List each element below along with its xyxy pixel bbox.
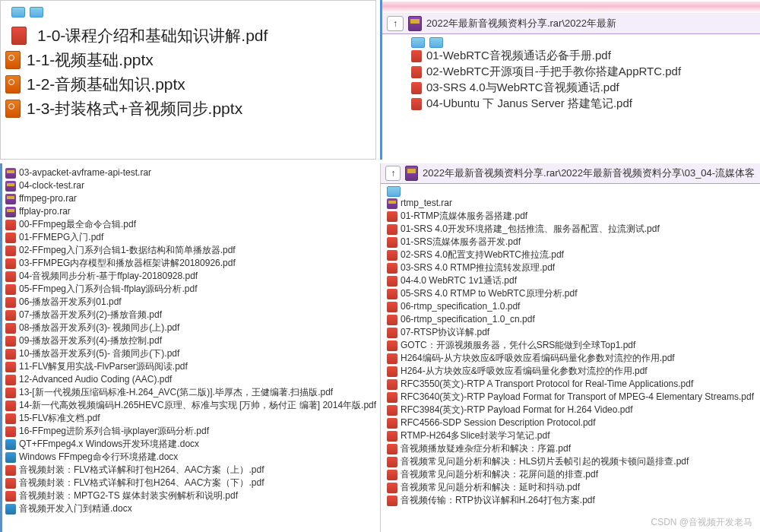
file-row[interactable]: 1-0-课程介绍和基础知识讲解.pdf bbox=[1, 19, 375, 48]
file-row[interactable]: 音视频常见问题分析和解决：延时和抖动.pdf bbox=[381, 481, 760, 494]
pdf-icon bbox=[387, 340, 397, 351]
file-row[interactable]: rtmp_test.rar bbox=[381, 197, 760, 210]
file-name: 03-SRS 4.0与WebRTC音视频通话.pdf bbox=[426, 81, 619, 95]
file-row[interactable]: QT+FFmpeg4.x Windows开发环境搭建.docx bbox=[2, 438, 376, 451]
file-row[interactable]: 07-播放器开发系列(2)-播放音频.pdf bbox=[2, 309, 376, 321]
up-directory-button[interactable] bbox=[385, 166, 401, 181]
file-row[interactable]: 01-RTMP流媒体服务器搭建.pdf bbox=[381, 210, 760, 223]
file-row[interactable]: RFC3640(英文)-RTP Payload Format for Trans… bbox=[381, 391, 760, 404]
file-name: 06-播放器开发系列01.pdf bbox=[19, 296, 122, 309]
file-name: 08-播放器开发系列(3)- 视频同步(上).pdf bbox=[19, 321, 179, 334]
file-row[interactable]: 音视频传输：RTP协议详解和H.264打包方案.pdf bbox=[381, 494, 760, 507]
file-row[interactable]: 12-Advanced Audio Coding (AAC).pdf bbox=[2, 373, 376, 386]
pdf-icon bbox=[5, 349, 16, 359]
pdf-icon bbox=[5, 465, 16, 476]
file-row[interactable]: 06-播放器开发系列01.pdf bbox=[2, 296, 376, 309]
file-name: RTMP-H264多Slice封装学习笔记.pdf bbox=[401, 429, 550, 442]
file-row[interactable]: 02-WebRTC开源项目-手把手教你搭建AppRTC.pdf bbox=[382, 64, 760, 80]
up-directory-button[interactable] bbox=[387, 16, 404, 31]
file-row[interactable]: 04-4.0 WebRTC 1v1通话.pdf bbox=[381, 274, 760, 287]
file-row[interactable]: 04-音视频同步分析-基于ffplay-20180928.pdf bbox=[2, 270, 376, 283]
file-row[interactable]: RFC3550(英文)-RTP A Transport Protocol for… bbox=[381, 378, 760, 391]
file-name: 03-FFMPEG内存模型和播放器框架讲解20180926.pdf bbox=[19, 257, 236, 270]
file-row[interactable]: RFC4566-SDP Session Description Protocol… bbox=[381, 416, 760, 429]
file-name: 16-FFmpeg进阶系列合辑-ijkplayer源码分析.pdf bbox=[19, 425, 209, 438]
docx-icon bbox=[5, 439, 16, 450]
file-name: 音视频常见问题分析和解决：延时和抖动.pdf bbox=[401, 481, 580, 494]
file-name: 音视频播放疑难杂症分析和解决：序篇.pdf bbox=[401, 442, 571, 455]
file-row[interactable]: H264-从方块效应&呼吸效应看编码量化参数对流控的作用.pdf bbox=[381, 365, 760, 378]
file-row[interactable]: 07-RTSP协议详解.pdf bbox=[381, 326, 760, 339]
file-row[interactable]: RTMP-H264多Slice封装学习笔记.pdf bbox=[381, 429, 760, 442]
file-row[interactable]: 06-rtmp_specification_1.0_cn.pdf bbox=[381, 313, 760, 326]
file-row[interactable]: 00-FFmpeg最全命令合辑.pdf bbox=[2, 218, 376, 231]
file-row[interactable]: 02-FFmpeg入门系列合辑1-数据结构和简单播放器.pdf bbox=[2, 244, 376, 257]
file-row[interactable]: 08-播放器开发系列(3)- 视频同步(上).pdf bbox=[2, 321, 376, 334]
file-row[interactable]: 音视频封装：MPTG2-TS 媒体封装实例解析和说明.pdf bbox=[2, 489, 376, 502]
file-row[interactable]: 06-rtmp_specification_1.0.pdf bbox=[381, 300, 760, 313]
file-row[interactable]: 03-SRS 4.0与WebRTC音视频通话.pdf bbox=[382, 80, 760, 96]
file-row[interactable]: 01-FFMEPG入门.pdf bbox=[2, 231, 376, 244]
file-row[interactable]: 03-SRS 4.0 RTMP推拉流转发原理.pdf bbox=[381, 261, 760, 274]
file-row[interactable]: 13-[新一代视频压缩码标准-H.264_AVC(第二版)].毕厚杰，王健编著.… bbox=[2, 386, 376, 399]
file-row[interactable]: 16-FFmpeg进阶系列合辑-ijkplayer源码分析.pdf bbox=[2, 425, 376, 438]
file-name: 05-FFmpeg入门系列合辑-ffplay源码分析.pdf bbox=[19, 283, 198, 296]
file-row[interactable]: 02-SRS 4.0配置支持WebRTC推拉流.pdf bbox=[381, 249, 760, 261]
file-row[interactable]: ffplay-pro.rar bbox=[2, 205, 376, 218]
archive-toolbar: 2022年最新音视频资料分享.rar\2022年最新 bbox=[382, 14, 760, 34]
file-row[interactable]: 03-FFMPEG内存模型和播放器框架讲解20180926.pdf bbox=[2, 257, 376, 270]
file-row[interactable]: 15-FLV标准文档.pdf bbox=[2, 412, 376, 425]
file-row[interactable]: 音视频封装：FLV格式详解和打包H264、AAC方案（下）.pdf bbox=[2, 477, 376, 489]
file-row[interactable]: 音视频常见问题分析和解决：HLS切片丢帧引起的视频卡顿问题排查.pdf bbox=[381, 455, 760, 468]
file-row[interactable]: H264编码-从方块效应&呼吸效应看编码码量化参数对流控的作用.pdf bbox=[381, 352, 760, 365]
pdf-icon bbox=[387, 328, 397, 338]
file-row[interactable]: 09-播放器开发系列(4)-播放控制.pdf bbox=[2, 334, 376, 347]
file-row[interactable]: 音视频播放疑难杂症分析和解决：序篇.pdf bbox=[381, 442, 760, 455]
file-row[interactable]: 01-SRS 4.0开发环境搭建_包括推流、服务器配置、拉流测试.pdf bbox=[381, 223, 760, 236]
file-row[interactable]: 01-SRS流媒体服务器开发.pdf bbox=[381, 236, 760, 249]
file-row[interactable]: 10-播放器开发系列(5)- 音频同步(下).pdf bbox=[2, 347, 376, 360]
file-name: 02-SRS 4.0配置支持WebRTC推拉流.pdf bbox=[401, 249, 564, 261]
folder-icon bbox=[11, 7, 25, 17]
pdf-icon bbox=[5, 388, 16, 398]
pdf-icon bbox=[387, 483, 397, 493]
file-name: 11-FLV解复用实战-FlvParser源码阅读.pdf bbox=[19, 360, 188, 373]
file-row[interactable]: 音视频封装：FLV格式详解和打包H264、AAC方案（上）.pdf bbox=[2, 464, 376, 477]
file-row[interactable]: 04-clock-test.rar bbox=[2, 179, 376, 192]
file-name: 04-4.0 WebRTC 1v1通话.pdf bbox=[401, 274, 517, 287]
file-row[interactable]: Windows FFmpeg命令行环境搭建.docx bbox=[2, 451, 376, 464]
folder-row[interactable] bbox=[1, 1, 375, 19]
file-row[interactable]: 01-WebRTC音视频通话必备手册.pdf bbox=[382, 48, 760, 64]
file-name: 音视频常见问题分析和解决：HLS切片丢帧引起的视频卡顿问题排查.pdf bbox=[401, 455, 689, 468]
panel-bottom-left: 03-avpacket-avframe-api-test.rar04-clock… bbox=[0, 163, 376, 532]
file-row[interactable]: 1-3-封装格式+音视频同步.pptx bbox=[1, 97, 375, 121]
file-row[interactable]: ffmpeg-pro.rar bbox=[2, 192, 376, 205]
file-row[interactable]: 04-Ubuntu 下 Janus Server 搭建笔记.pdf bbox=[382, 96, 760, 112]
file-row[interactable]: 1-2-音频基础知识.pptx bbox=[1, 72, 375, 97]
pdf-icon bbox=[387, 211, 397, 222]
file-row[interactable]: 音视频常见问题分析和解决：花屏问题的排查.pdf bbox=[381, 468, 760, 481]
file-name: 1-3-封装格式+音视频同步.pptx bbox=[27, 98, 242, 119]
docx-icon bbox=[5, 452, 16, 463]
pdf-icon bbox=[411, 50, 422, 62]
file-row[interactable]: GOTC：开源视频服务器，凭什么SRS能做到全球Top1.pdf bbox=[381, 339, 760, 352]
folder-icon bbox=[30, 7, 43, 17]
file-row[interactable]: 05-SRS 4.0 RTMP to WebRTC原理分析.pdf bbox=[381, 287, 760, 300]
file-row[interactable]: 05-FFmpeg入门系列合辑-ffplay源码分析.pdf bbox=[2, 283, 376, 296]
file-row[interactable]: 11-FLV解复用实战-FlvParser源码阅读.pdf bbox=[2, 360, 376, 373]
file-row[interactable]: 14-新一代高效视频编码H.265HEVC原理、标准与实现 [万帅，杨付正 编著… bbox=[2, 399, 376, 412]
file-row[interactable]: 音视频开发入门到精通.docx bbox=[2, 502, 376, 515]
file-row[interactable]: 03-avpacket-avframe-api-test.rar bbox=[2, 166, 376, 179]
panel-top-left: 1-0-课程介绍和基础知识讲解.pdf1-1-视频基础.pptx1-2-音频基础… bbox=[0, 0, 376, 160]
rar-icon bbox=[5, 181, 16, 192]
file-name: 音视频开发入门到精通.docx bbox=[19, 502, 132, 515]
file-name: RFC3550(英文)-RTP A Transport Protocol for… bbox=[401, 378, 693, 391]
file-name: 10-播放器开发系列(5)- 音频同步(下).pdf bbox=[19, 347, 179, 360]
rar-icon bbox=[5, 168, 16, 179]
file-row[interactable]: RFC3984(英文)-RTP Payload Format for H.264… bbox=[381, 404, 760, 416]
docx-icon bbox=[5, 504, 16, 515]
file-row[interactable]: 1-1-视频基础.pptx bbox=[1, 48, 375, 72]
file-name: Windows FFmpeg命令行环境搭建.docx bbox=[19, 451, 178, 464]
file-name: 05-SRS 4.0 RTMP to WebRTC原理分析.pdf bbox=[401, 287, 578, 300]
file-name: 音视频常见问题分析和解决：花屏问题的排查.pdf bbox=[401, 468, 598, 481]
